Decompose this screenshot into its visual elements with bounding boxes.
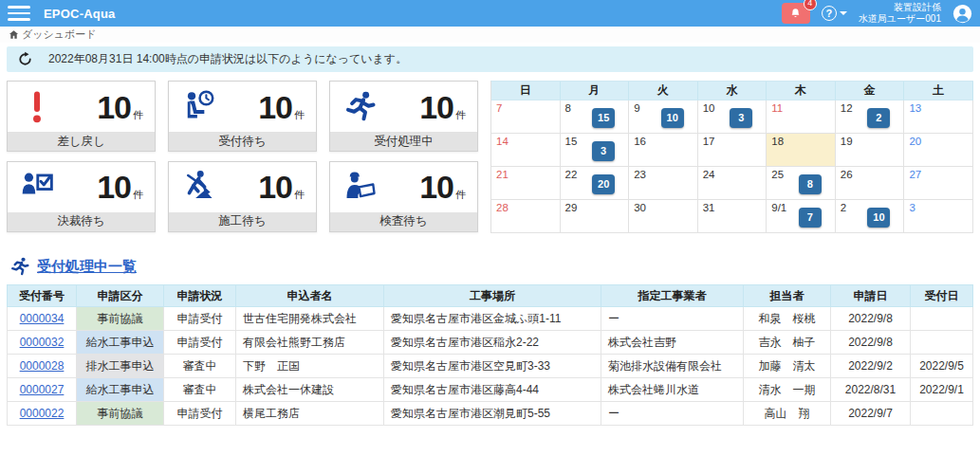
apply-date: 2022/9/2 <box>831 355 911 378</box>
application-status: 申請受付 <box>164 331 236 355</box>
status-card[interactable]: 10件 施工待ち <box>168 161 317 232</box>
day-count-badge[interactable]: 20 <box>592 174 615 194</box>
construction-place: 愛知県名古屋市港区稲永2-22 <box>384 331 601 355</box>
day-number: 9/1 <box>771 202 786 213</box>
column-header: 申込者名 <box>236 285 384 307</box>
receipt-number: 0000034 <box>8 307 77 331</box>
weekday-cell: 水 <box>698 82 767 100</box>
day-number: 14 <box>496 136 508 147</box>
day-count-badge[interactable]: 8 <box>799 174 822 194</box>
notifications-button[interactable]: 4 <box>782 3 810 24</box>
status-card-body: 10件 <box>8 82 155 132</box>
day-number: 3 <box>909 202 915 213</box>
breadcrumb: ダッシュボード <box>0 27 980 43</box>
help-button[interactable]: ? <box>822 6 847 21</box>
receipt-number: 0000028 <box>8 355 77 378</box>
application-type-badge: 事前協議 <box>77 402 164 426</box>
menu-button[interactable] <box>8 6 30 21</box>
receipt-number-link[interactable]: 0000034 <box>20 312 65 325</box>
calendar-day-cell: 258 <box>767 167 836 200</box>
designated-contractor: 株式会社蜷川水道 <box>601 378 744 402</box>
day-count-badge[interactable]: 10 <box>867 208 890 228</box>
day-number: 16 <box>634 136 646 147</box>
status-card[interactable]: 10件 検査待ち <box>329 161 478 232</box>
day-number: 20 <box>909 136 921 147</box>
user-avatar-icon <box>952 4 972 24</box>
construction-place: 愛知県名古屋市港区潮見町5-55 <box>384 402 601 426</box>
applications-calendar: 日月火水木金土 78159101031112213141531617181920… <box>490 81 973 233</box>
calendar-day-cell: 27 <box>904 167 973 200</box>
receipt-number-link[interactable]: 0000032 <box>20 336 65 349</box>
status-card-body: 10件 <box>169 82 316 132</box>
status-card[interactable]: 10件 受付待ち <box>168 81 317 152</box>
construction-place: 愛知県名古屋市港区藤高4-44 <box>384 378 601 402</box>
processing-list-section-header: 受付処理中一覧 <box>0 256 980 278</box>
construction-place: 愛知県名古屋市港区空見町3-33 <box>384 355 601 378</box>
calendar-day-cell: 815 <box>561 100 630 134</box>
card-unit: 件 <box>133 188 143 202</box>
day-number: 30 <box>634 202 646 213</box>
day-count-badge[interactable]: 7 <box>799 208 822 228</box>
day-number: 10 <box>703 102 715 114</box>
day-number: 17 <box>703 136 715 147</box>
card-count: 10 <box>97 91 131 123</box>
status-card-body: 10件 <box>8 162 155 212</box>
column-header: 申請日 <box>831 285 911 307</box>
applications-table: 受付番号申請区分申請状況申込者名工事場所指定工事業者担当者申請日受付日 0000… <box>7 284 973 426</box>
app-title: EPOC-Aqua <box>44 7 115 21</box>
refresh-icon[interactable] <box>17 51 33 67</box>
day-number: 9 <box>634 102 639 114</box>
receipt-number-link[interactable]: 0000022 <box>20 407 65 420</box>
calendar-day-cell: 24 <box>698 167 767 200</box>
application-status: 申請受付 <box>164 307 236 331</box>
breadcrumb-label[interactable]: ダッシュボード <box>22 27 97 42</box>
day-count-badge[interactable]: 10 <box>661 108 684 128</box>
calendar-day-cell: 18 <box>767 134 836 167</box>
dashboard-main: 10件 差し戻し 10件 受付待ち 10件 受付処理中 10件 決裁待ち <box>0 81 980 233</box>
calendar-day-cell: 28 <box>491 200 561 233</box>
apply-date: 2022/9/7 <box>831 402 911 426</box>
calendar-weekday-header: 日月火水木金土 <box>491 82 973 100</box>
application-type-badge: 給水工事申込 <box>77 331 164 355</box>
day-number: 29 <box>565 202 578 213</box>
home-icon <box>9 29 19 40</box>
card-unit: 件 <box>133 108 143 122</box>
help-icon: ? <box>822 6 837 21</box>
day-number: 25 <box>771 169 784 180</box>
status-card[interactable]: 10件 決裁待ち <box>7 161 156 232</box>
designated-contractor: ー <box>601 307 744 331</box>
user-avatar-button[interactable] <box>952 4 972 24</box>
processing-list-link[interactable]: 受付処理中一覧 <box>37 258 137 276</box>
calendar-day-cell: 23 <box>629 167 698 200</box>
status-card[interactable]: 10件 受付処理中 <box>329 81 478 152</box>
receipt-number-link[interactable]: 0000027 <box>20 383 65 396</box>
accept-date <box>911 307 973 331</box>
calendar-day-cell: 17 <box>698 134 767 167</box>
staff-name: 清水 一期 <box>744 378 831 402</box>
status-card-body: 10件 <box>330 162 477 212</box>
staff-name: 和泉 桜桃 <box>744 307 831 331</box>
day-number: 26 <box>841 169 853 180</box>
calendar-day-cell: 2220 <box>561 167 630 200</box>
construction-worker-icon <box>180 169 216 205</box>
application-row: 0000027給水工事申込審査中株式会社一休建設愛知県名古屋市港区藤高4-44株… <box>8 378 973 402</box>
day-count-badge[interactable]: 15 <box>592 108 615 128</box>
application-type-badge: 事前協議 <box>77 307 164 331</box>
status-card[interactable]: 10件 差し戻し <box>7 81 156 152</box>
app-header: EPOC-Aqua 4 ? 装置設計係 水道局ユーザー001 <box>0 0 980 27</box>
receipt-number-link[interactable]: 0000028 <box>20 359 65 373</box>
column-header: 申請区分 <box>77 285 164 307</box>
staff-name: 高山 翔 <box>744 402 831 426</box>
apply-date: 2022/8/31 <box>831 378 911 402</box>
applicant-name: 世古住宅開発株式会社 <box>236 307 384 331</box>
weekday-cell: 木 <box>767 82 836 100</box>
calendar-day-cell: 29 <box>561 200 630 233</box>
day-count-badge[interactable]: 3 <box>730 108 752 128</box>
status-card-body: 10件 <box>330 82 477 132</box>
designated-contractor: 株式会社吉野 <box>601 331 744 355</box>
day-count-badge[interactable]: 3 <box>592 141 615 161</box>
designated-contractor: 菊池排水設備有限会社 <box>601 355 744 378</box>
card-count: 10 <box>419 91 453 123</box>
day-count-badge[interactable]: 2 <box>867 108 890 128</box>
calendar-day-cell: 16 <box>629 134 698 167</box>
